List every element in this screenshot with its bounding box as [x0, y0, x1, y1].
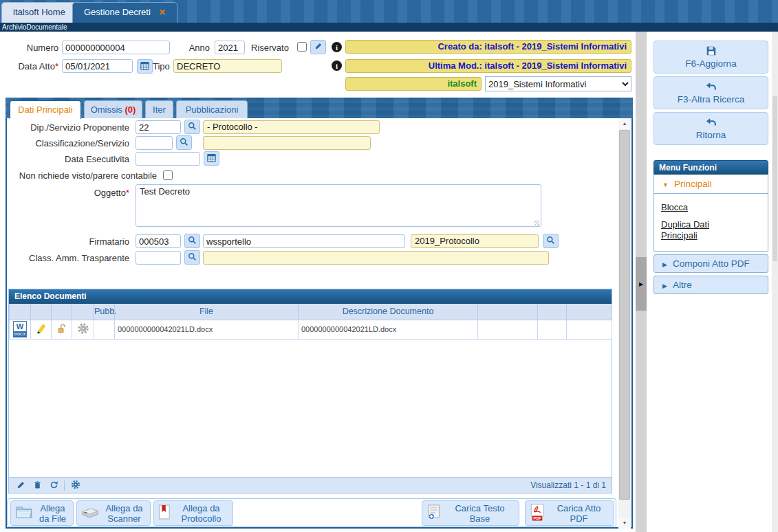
panel-splitter[interactable]: ▶ — [636, 32, 647, 532]
menu-funzioni: Menu Funzioni ▼Principali Blocca Duplica… — [653, 160, 768, 294]
window-scrollbar[interactable] — [772, 32, 778, 532]
resize-grip-icon[interactable] — [534, 220, 539, 225]
col-descrizione[interactable]: Descrizione Documento — [299, 304, 478, 320]
f3-altra-ricerca-button[interactable]: F3-Altra Ricerca — [653, 76, 768, 109]
carica-atto-pdf-button[interactable]: PDF Carica Atto PDF — [525, 500, 614, 526]
pencil-icon — [17, 480, 25, 491]
data-atto-calendar-button[interactable] — [137, 59, 153, 74]
section-componi-atto-pdf[interactable]: ▶Componi Atto PDF — [653, 254, 768, 273]
edit-document-button[interactable] — [14, 480, 27, 491]
data-esecutivita-label: Data Esecutivita — [7, 153, 129, 166]
dip-servizio-search-button[interactable] — [184, 120, 200, 134]
caret-right-icon: ▶ — [662, 261, 667, 268]
class-amm-search-button[interactable] — [184, 250, 200, 265]
classificazione-code-field[interactable] — [136, 136, 173, 150]
dip-servizio-label: Dip./Servizio Proponente — [7, 121, 129, 135]
ultima-mod-banner: Ultima Mod.: italsoft - 2019_Sistemi Inf… — [345, 59, 631, 73]
info-icon: i — [332, 60, 342, 71]
firmatario-nome-field[interactable] — [203, 234, 405, 248]
calendar-icon — [140, 61, 149, 72]
riservato-checkbox[interactable] — [297, 42, 307, 52]
refresh-documents-button[interactable] — [47, 480, 60, 491]
documents-panel-title: Elenco Documenti — [9, 289, 612, 304]
caret-right-icon: ▶ — [662, 282, 667, 289]
omissis-count: (0) — [125, 104, 136, 115]
utente-box: italsoft — [345, 77, 482, 91]
splitter-arrow-icon: ▶ — [639, 281, 643, 287]
scroll-up-icon[interactable]: ▲ — [618, 118, 631, 129]
load-text-icon — [426, 504, 442, 522]
svg-text:PDF: PDF — [534, 516, 542, 520]
back-arrow-icon — [654, 81, 768, 93]
tipo-field[interactable] — [173, 59, 282, 73]
section-principali[interactable]: ▼Principali — [653, 175, 768, 194]
allega-da-scanner-button[interactable]: Allega da Scanner — [76, 500, 151, 526]
data-esecutivita-calendar-button[interactable] — [204, 151, 219, 166]
close-icon[interactable]: ✕ — [159, 8, 166, 17]
firmatario-search-button[interactable] — [184, 234, 200, 248]
class-amm-code-field[interactable] — [136, 251, 181, 265]
search-icon — [180, 137, 188, 148]
firmatario-ufficio: 2019_Protocollo — [411, 234, 539, 248]
classificazione-search-button[interactable] — [176, 135, 192, 150]
allega-da-file-button[interactable]: Allega da File — [10, 500, 74, 526]
firmatario-code-field[interactable] — [136, 234, 181, 248]
highlighter-icon[interactable] — [35, 328, 47, 336]
scroll-down-icon[interactable]: ▼ — [618, 518, 631, 529]
numero-field[interactable] — [62, 41, 170, 54]
profilo-select[interactable]: 2019_Sistemi Informativi — [485, 76, 631, 91]
duplica-dati-principali-link[interactable]: Duplica Dati Principali — [661, 219, 740, 241]
cell-pubb — [94, 320, 115, 339]
oggetto-textarea[interactable]: Test Decreto — [136, 184, 541, 227]
scrollbar-thumb[interactable] — [772, 96, 777, 261]
tab-gestione-decreti[interactable]: Gestione Decreti✕ — [72, 2, 177, 23]
refresh-icon — [50, 480, 58, 491]
col-file[interactable]: File — [115, 304, 299, 320]
numero-label: Numero — [0, 41, 58, 55]
dip-servizio-code-field[interactable] — [136, 120, 181, 134]
scanner-icon — [81, 506, 99, 521]
breadcrumb: ArchivioDocumentale — [0, 23, 778, 32]
firmatario-ufficio-search-button[interactable] — [543, 234, 559, 248]
tab-omissis[interactable]: Omissis (0) — [84, 100, 142, 118]
visto-checkbox[interactable] — [163, 170, 173, 180]
f6-aggiorna-button[interactable]: F6-Aggiorna — [653, 41, 768, 74]
allega-da-protocollo-button[interactable]: Allega da Protocollo — [153, 500, 233, 526]
word-docx-icon[interactable]: WDOCX — [13, 321, 27, 337]
tab-dati-principali[interactable]: Dati Principali — [10, 100, 81, 119]
anno-field[interactable] — [215, 41, 245, 54]
info-icon: i — [332, 42, 342, 52]
section-altre[interactable]: ▶Altre — [653, 276, 768, 294]
documents-table: Pubb. File Descrizione Documento WDOCX — [9, 304, 612, 340]
grid-settings-button[interactable] — [69, 480, 82, 491]
documents-toolbar: Visualizzati 1 - 1 di 1 — [9, 477, 612, 493]
main-panel: Dati Principali Omissis (0) Iter Pubblic… — [6, 98, 633, 530]
tab-pubblicazioni[interactable]: Pubblicazioni — [176, 100, 248, 118]
table-row[interactable]: WDOCX 0000000000042021LD.docx 0000000000… — [10, 320, 612, 339]
data-atto-field[interactable] — [62, 59, 133, 73]
trash-icon — [33, 480, 42, 491]
section-tab-strip: Dati Principali Omissis (0) Iter Pubblic… — [6, 98, 633, 118]
tab-iter[interactable]: Iter — [145, 100, 173, 118]
ritorna-button[interactable]: Ritorna — [653, 112, 768, 145]
blocca-link[interactable]: Blocca — [661, 202, 740, 213]
search-icon — [188, 122, 197, 133]
tab-label: italsoft Home — [13, 7, 65, 17]
delete-document-button[interactable] — [31, 480, 43, 491]
dati-principali-content: Dip./Servizio Proponente - Protocollo - … — [6, 118, 633, 529]
menu-funzioni-title: Menu Funzioni — [653, 160, 768, 175]
tab-italsoft-home[interactable]: italsoft Home — [1, 2, 77, 23]
col-pubb[interactable]: Pubb. — [94, 304, 115, 320]
carica-testo-base-button[interactable]: Carica Testo Base — [422, 500, 519, 526]
scrollbar-thumb[interactable] — [619, 130, 630, 500]
gear-icon[interactable] — [77, 328, 89, 336]
sidebar: F6-Aggiorna F3-Altra Ricerca Ritorna Men… — [649, 32, 771, 532]
unlock-icon[interactable] — [56, 328, 67, 336]
protocol-document-icon — [158, 505, 171, 522]
tipo-label: Tipo — [153, 60, 171, 74]
data-esecutivita-field[interactable] — [136, 152, 200, 166]
splitter-handle[interactable]: ▶ — [636, 257, 647, 311]
content-scrollbar[interactable]: ▲ ▼ — [618, 118, 631, 529]
edit-riservato-button[interactable] — [310, 40, 326, 54]
folder-icon — [15, 505, 33, 521]
